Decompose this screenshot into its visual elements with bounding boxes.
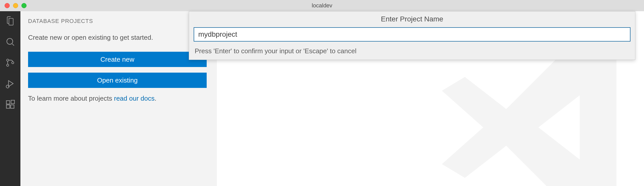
svg-rect-8 <box>11 100 14 103</box>
window-controls <box>0 3 27 8</box>
read-docs-link[interactable]: read our docs <box>114 95 155 102</box>
svg-point-3 <box>12 62 14 64</box>
sidebar: DATABASE PROJECTS Create new or open exi… <box>20 11 217 186</box>
svg-point-2 <box>7 64 9 66</box>
activity-bar <box>0 11 20 186</box>
open-existing-button[interactable]: Open existing <box>28 73 207 88</box>
learn-more-text: To learn more about projects read our do… <box>28 94 209 103</box>
svg-point-0 <box>7 38 13 44</box>
svg-rect-7 <box>11 105 14 108</box>
extensions-icon[interactable] <box>5 99 15 110</box>
quick-input-title: Enter Project Name <box>189 11 635 27</box>
window-zoom-button[interactable] <box>21 3 27 8</box>
titlebar: localdev <box>0 0 644 11</box>
sidebar-header: DATABASE PROJECTS <box>20 11 217 25</box>
svg-point-1 <box>7 59 9 61</box>
window-close-button[interactable] <box>5 3 10 8</box>
svg-rect-6 <box>6 105 10 108</box>
svg-rect-5 <box>6 101 10 104</box>
search-icon[interactable] <box>5 37 15 47</box>
project-name-input[interactable] <box>194 27 630 42</box>
sidebar-title: DATABASE PROJECTS <box>28 18 93 24</box>
window-title: localdev <box>312 2 332 9</box>
intro-text: Create new or open existing to get start… <box>28 33 209 43</box>
quick-input-wrap <box>189 27 635 44</box>
run-debug-icon[interactable] <box>5 78 15 89</box>
window-minimize-button[interactable] <box>13 3 18 8</box>
source-control-icon[interactable] <box>5 58 15 68</box>
quick-input-panel: Enter Project Name Press 'Enter' to conf… <box>189 11 635 60</box>
learn-suffix: . <box>155 95 156 102</box>
learn-prefix: To learn more about projects <box>28 95 114 102</box>
create-new-button[interactable]: Create new <box>28 52 207 67</box>
quick-input-hint: Press 'Enter' to confirm your input or '… <box>189 44 635 60</box>
sidebar-body: Create new or open existing to get start… <box>20 25 217 103</box>
explorer-icon[interactable] <box>5 16 15 26</box>
